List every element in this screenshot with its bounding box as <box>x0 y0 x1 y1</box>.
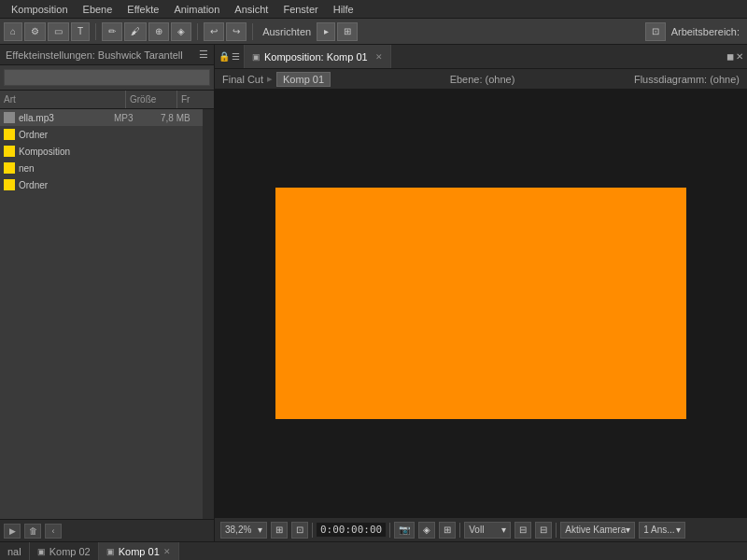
comp-tab-right-icons: ◼ ✕ <box>723 51 747 62</box>
ctrl-sep4 <box>556 523 557 538</box>
footer-arrow-btn[interactable]: ‹ <box>45 524 62 539</box>
effects-settings-icon[interactable]: ☰ <box>199 49 208 61</box>
toolbar-settings-btn[interactable]: ⚙ <box>24 22 46 41</box>
arbeitsbereich-label: Arbeitsbereich: <box>668 26 743 37</box>
file-name-nen: nen <box>19 163 210 174</box>
breadcrumb-arrow: ▸ <box>267 73 273 85</box>
search-input[interactable] <box>4 69 210 86</box>
toolbar-sep-3 <box>252 23 253 40</box>
preview-area <box>215 90 747 517</box>
comp-expand-icon[interactable]: ◼ <box>726 51 734 62</box>
view-mode-dropdown[interactable]: Voll ▾ <box>464 522 511 539</box>
file-list-header: Art Größe Fr <box>0 91 214 109</box>
toolbar-eraser-btn[interactable]: ◈ <box>171 22 191 41</box>
file-icon-komposition <box>4 146 15 157</box>
toolbar-clone-btn[interactable]: ⊕ <box>148 22 169 41</box>
zoom-dropdown[interactable]: 38,2% ▾ <box>220 522 267 539</box>
file-row-ordner2[interactable]: Ordner <box>0 176 214 193</box>
comp-close-icon[interactable]: ✕ <box>736 51 743 62</box>
toolbar-brush-btn[interactable]: 🖌 <box>124 22 147 41</box>
comp-header-bar: Final Cut ▸ Komp 01 Ebene: (ohne) Flussd… <box>215 69 747 90</box>
panel-menu-icon[interactable]: ☰ <box>232 51 240 62</box>
file-row-nen[interactable]: nen <box>0 160 214 176</box>
comp-breadcrumb: Final Cut ▸ Komp 01 <box>222 72 331 87</box>
tab-komp02-label: Komp 02 <box>49 546 91 557</box>
toolbar-extra-btn[interactable]: ⊡ <box>645 22 666 41</box>
snap-btn[interactable]: ⊡ <box>291 522 308 539</box>
tab-komp01-close[interactable]: ✕ <box>163 547 171 556</box>
file-size-mp3: 7,8 MB <box>161 113 203 123</box>
file-row-ordner1[interactable]: Ordner <box>0 126 214 143</box>
orange-canvas <box>275 188 686 419</box>
tab-komp01[interactable]: ▣ Komposition: Komp 01 ✕ <box>245 45 391 68</box>
color-btn[interactable]: ◈ <box>418 522 435 539</box>
footer-delete-btn[interactable]: 🗑 <box>24 524 41 539</box>
toolbar-sep-2 <box>197 23 198 40</box>
search-bar-container <box>0 65 214 91</box>
tab-komp01-tl[interactable]: ▣ Komp 01 ✕ <box>99 542 179 560</box>
svg-rect-2 <box>4 146 15 157</box>
menu-fenster[interactable]: Fenster <box>275 0 325 18</box>
toolbar: ⌂ ⚙ ▭ T ✏ 🖌 ⊕ ◈ ↩ ↪ Ausrichten ▸ ⊞ ⊡ Arb… <box>0 19 747 45</box>
menu-ebene[interactable]: Ebene <box>76 0 120 18</box>
tab-komp01-tl-label: Komp 01 <box>119 546 160 557</box>
toolbar-redo-btn[interactable]: ↪ <box>226 22 247 41</box>
effects-settings-title: Effekteinstellungen: Bushwick Tarantell <box>6 49 183 61</box>
fluss-label: Flussdiagramm: (ohne) <box>634 74 740 85</box>
toolbar-text-btn[interactable]: T <box>71 22 90 41</box>
ebene-label: Ebene: (ohne) <box>450 74 515 85</box>
toolbar-undo-btn[interactable]: ↩ <box>204 22 224 41</box>
toolbar-snap-btn[interactable]: ⊞ <box>337 22 358 41</box>
zoom-value: 38,2% <box>225 525 251 535</box>
menu-komposition[interactable]: Komposition <box>4 0 76 18</box>
file-name-mp3: ella.mp3 <box>19 113 114 123</box>
comp-icon: ▣ <box>252 52 261 62</box>
file-icon-nen <box>4 162 15 174</box>
channels-btn[interactable]: ⊟ <box>535 522 552 539</box>
tab-icon-komp01-tl: ▣ <box>106 547 115 556</box>
svg-rect-1 <box>4 129 15 140</box>
tab-icon-komp02: ▣ <box>37 547 46 556</box>
toolbar-pen-btn[interactable]: ✏ <box>102 22 122 41</box>
left-panel-header: Effekteinstellungen: Bushwick Tarantell … <box>0 45 214 65</box>
view-dropdown[interactable]: 1 Ans... ▾ <box>639 522 685 539</box>
file-name-ordner1: Ordner <box>19 130 210 140</box>
file-row-komposition[interactable]: Komposition <box>0 143 214 160</box>
svg-rect-0 <box>4 112 15 123</box>
toolbar-align-btn[interactable]: ▸ <box>317 22 335 41</box>
panel-lock-icon[interactable]: 🔒 <box>218 51 230 62</box>
breadcrumb-final-cut[interactable]: Final Cut <box>222 74 263 85</box>
menu-ansicht[interactable]: Ansicht <box>227 0 275 18</box>
menu-animation[interactable]: Animation <box>166 0 227 18</box>
file-name-komposition: Komposition <box>19 147 210 157</box>
view-mode-arrow: ▾ <box>501 525 506 535</box>
camera-icon-btn[interactable]: 📷 <box>394 522 415 539</box>
grid-btn[interactable]: ⊞ <box>439 522 456 539</box>
fit-btn[interactable]: ⊞ <box>271 522 288 539</box>
file-list-scrollbar[interactable] <box>203 109 214 519</box>
file-icon-ordner1 <box>4 129 15 140</box>
view-label: 1 Ans... <box>643 525 674 535</box>
tab-nal[interactable]: nal <box>0 542 30 560</box>
svg-rect-3 <box>4 162 15 174</box>
center-panel: 🔒 ☰ ▣ Komposition: Komp 01 ✕ ◼ ✕ Final C… <box>215 45 747 541</box>
comp-tab-close[interactable]: ✕ <box>375 52 383 62</box>
menu-hilfe[interactable]: Hilfe <box>326 0 361 18</box>
tab-komp02[interactable]: ▣ Komp 02 <box>30 542 99 560</box>
tab-nal-label: nal <box>7 546 21 557</box>
comp-tab-label: Komposition: Komp 01 <box>264 51 368 63</box>
file-type-mp3: MP3 <box>114 113 161 123</box>
toolbar-home-btn[interactable]: ⌂ <box>4 22 22 41</box>
footer-new-btn[interactable]: ▶ <box>4 524 21 539</box>
main-layout: Effekteinstellungen: Bushwick Tarantell … <box>0 45 747 541</box>
svg-rect-4 <box>4 179 15 190</box>
timecode-display[interactable]: 0:00:00:00 <box>317 523 386 537</box>
toolbar-rect-btn[interactable]: ▭ <box>48 22 69 41</box>
view-arrow: ▾ <box>676 525 681 535</box>
extra-view-btn[interactable]: ⊟ <box>514 522 531 539</box>
menu-effekte[interactable]: Effekte <box>120 0 166 18</box>
camera-dropdown[interactable]: Aktive Kamera ▾ <box>560 522 635 539</box>
view-mode-label: Voll <box>469 525 484 535</box>
file-row-mp3[interactable]: ella.mp3 MP3 7,8 MB ⊞ <box>0 109 214 126</box>
col-grosse: Größe <box>126 91 177 108</box>
